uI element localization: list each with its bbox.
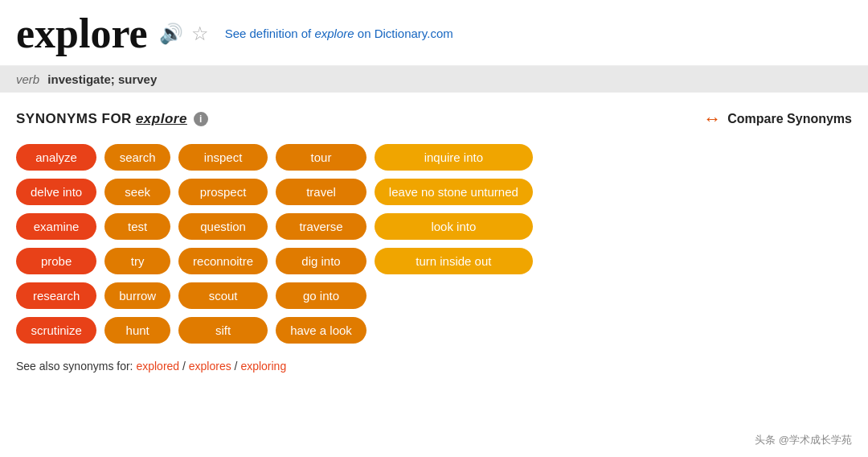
synonyms-title: SYNONYMS FOR explore i (16, 111, 208, 127)
star-icon[interactable]: ☆ (191, 23, 209, 45)
synonym-column-col4: tourtraveltraversedig intogo intohave a … (276, 144, 366, 344)
page-header: explore 🔊 ☆ See definition of explore on… (0, 0, 868, 66)
compare-icon: ↔ (703, 109, 721, 130)
synonym-pill[interactable]: scout (178, 282, 268, 309)
see-also: See also synonyms for: explored / explor… (16, 360, 852, 373)
synonym-pill[interactable]: turn inside out (375, 248, 533, 274)
synonyms-label: SYNONYMS FOR (16, 111, 132, 127)
synonym-pill[interactable]: inquire into (375, 144, 533, 171)
part-of-speech: verb (16, 72, 39, 86)
synonym-pill[interactable]: sift (178, 317, 268, 344)
see-also-link[interactable]: exploring (240, 360, 286, 373)
synonym-pill[interactable]: analyze (16, 144, 96, 171)
synonym-pill[interactable]: travel (276, 179, 366, 205)
synonym-pill[interactable]: hunt (104, 317, 170, 344)
main-content: SYNONYMS FOR explore i ↔ Compare Synonym… (0, 93, 868, 381)
synonym-pill[interactable]: examine (16, 213, 96, 240)
compare-label: Compare Synonyms (727, 112, 852, 126)
synonym-pill[interactable]: reconnoitre (178, 248, 268, 274)
synonym-pill[interactable]: seek (104, 179, 170, 205)
synonym-pill[interactable]: try (104, 248, 170, 274)
synonym-pill[interactable]: probe (16, 248, 96, 274)
synonym-grid: analyzedelve intoexamineproberesearchscr… (16, 144, 852, 344)
synonym-pill[interactable]: tour (276, 144, 366, 171)
synonym-pill[interactable]: have a look (276, 317, 366, 344)
synonym-pill[interactable]: prospect (178, 179, 268, 205)
synonym-pill[interactable]: delve into (16, 179, 96, 205)
synonym-column-col1: analyzedelve intoexamineproberesearchscr… (16, 144, 96, 344)
synonym-pill[interactable]: burrow (104, 282, 170, 309)
synonym-column-col2: searchseektesttryburrowhunt (104, 144, 170, 344)
see-also-link[interactable]: explored (136, 360, 179, 373)
synonym-pill[interactable]: leave no stone unturned (375, 179, 533, 205)
synonym-pill[interactable]: go into (276, 282, 366, 309)
synonym-pill[interactable]: scrutinize (16, 317, 96, 344)
synonyms-word: explore (136, 111, 187, 127)
synonym-pill[interactable]: traverse (276, 213, 366, 240)
synonym-pill[interactable]: look into (375, 213, 533, 240)
synonym-column-col5: inquire intoleave no stone unturnedlook … (375, 144, 533, 274)
speaker-icon[interactable]: 🔊 (159, 23, 183, 45)
synonym-pill[interactable]: research (16, 282, 96, 309)
synonym-pill[interactable]: test (104, 213, 170, 240)
see-also-link[interactable]: explores (189, 360, 231, 373)
compare-synonyms-button[interactable]: ↔ Compare Synonyms (703, 109, 852, 130)
watermark: 头条 @学术成长学苑 (755, 433, 852, 447)
synonyms-header: SYNONYMS FOR explore i ↔ Compare Synonym… (16, 109, 852, 130)
synonym-pill[interactable]: inspect (178, 144, 268, 171)
synonym-column-col3: inspectprospectquestionreconnoitrescouts… (178, 144, 268, 344)
dictionary-link[interactable]: See definition of explore on Dictionary.… (225, 27, 453, 40)
synonym-pill[interactable]: dig into (276, 248, 366, 274)
synonym-pill[interactable]: search (104, 144, 170, 171)
verb-bar: verb investigate; survey (0, 66, 868, 93)
synonym-pill[interactable]: question (178, 213, 268, 240)
main-word: explore (16, 10, 148, 57)
definition: investigate; survey (47, 72, 157, 86)
info-icon[interactable]: i (194, 112, 208, 126)
